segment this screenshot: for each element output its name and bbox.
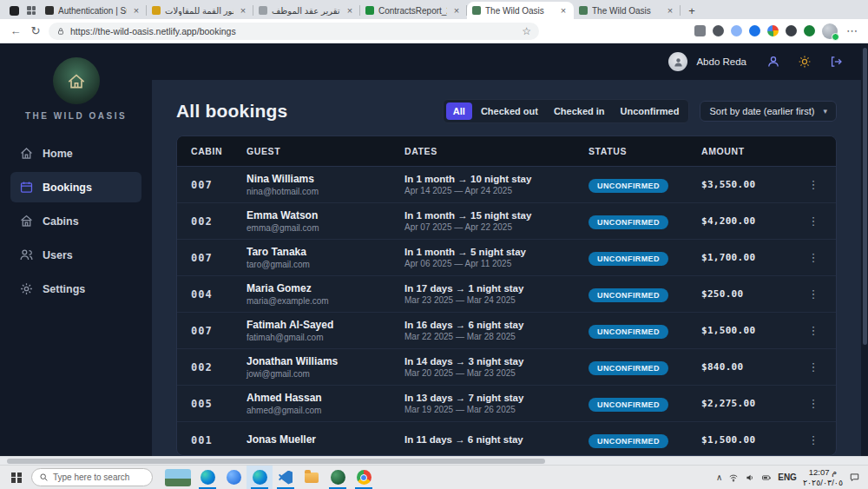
dark-mode-toggle[interactable] [793,50,816,73]
sidebar-item-home[interactable]: Home [10,138,141,169]
vertical-scrollbar[interactable] [861,43,868,456]
wifi-icon[interactable] [728,472,739,483]
refresh-button[interactable]: ↻ [29,24,43,37]
filter-button[interactable]: Checked out [474,102,545,120]
cabin-number: 007 [191,325,247,337]
workspaces-button[interactable] [23,3,40,18]
tab-close-icon[interactable]: × [345,6,355,16]
tab-close-icon[interactable]: × [665,6,675,16]
amount: $3,550.00 [701,179,799,190]
battery-icon[interactable] [761,472,772,483]
table-row: 007 Taro Tanaka taro@gmail.com In 1 mont… [177,240,836,276]
filter-button[interactable]: Unconfirmed [614,102,687,120]
tab-actions-button[interactable] [5,3,23,18]
horizontal-scrollbar[interactable] [0,456,868,465]
weather-icon [165,469,191,486]
page-title: All bookings [176,101,287,122]
site-info-icon[interactable] [56,27,65,36]
taskbar-chrome[interactable] [351,466,377,489]
taskbar-copilot[interactable] [220,466,247,489]
main-area: Abdo Reda All bookings AllChecked outChe… [152,43,868,456]
kebab-icon: ⋮ [808,215,819,228]
kebab-icon: ⋮ [808,324,819,337]
notification-center-icon[interactable] [849,472,860,483]
date-range: Mar 20 2025 — Mar 23 2025 [404,368,589,378]
date-summary: In 17 days → 1 night stay [404,283,589,294]
taskbar-file-explorer[interactable] [299,466,325,489]
extension-icon[interactable] [767,25,779,36]
browser-tab[interactable]: The Wild Oasis × [467,2,574,19]
guest-cell: Maria Gomez maria@example.com [247,282,404,306]
extension-icon[interactable] [786,25,797,36]
status-cell: UNCONFIRMED [589,249,701,266]
extension-icon[interactable] [713,25,724,36]
row-menu-button[interactable]: ⋮ [799,324,828,337]
back-button[interactable]: ← [9,24,23,37]
extension-icon[interactable] [694,25,706,36]
row-menu-button[interactable]: ⋮ [799,287,828,301]
taskbar-edge[interactable] [247,466,273,489]
row-menu-button[interactable]: ⋮ [799,251,828,264]
taskbar-vscode[interactable] [273,466,299,489]
status-cell: UNCONFIRMED [589,432,701,448]
sidebar-item-settings[interactable]: Settings [10,274,141,304]
account-button[interactable] [762,50,785,73]
tab-close-icon[interactable]: × [131,6,141,16]
tab-close-icon[interactable]: × [238,6,248,16]
tab-favicon-icon [579,6,588,15]
browser-profile-avatar[interactable] [822,23,838,39]
browser-menu-icon[interactable]: ⋯ [845,24,859,37]
tab-close-icon[interactable]: × [558,6,569,16]
browser-tab[interactable]: The Wild Oasis × [574,2,681,19]
start-button[interactable] [3,466,30,489]
table-row: 007 Nina Williams nina@hotmail.com In 1 … [177,167,836,203]
date-summary: In 1 month → 10 night stay [404,174,589,184]
sidebar-item-cabins[interactable]: Cabins [10,206,141,236]
speaker-icon[interactable] [745,472,755,483]
row-menu-button[interactable]: ⋮ [799,397,828,410]
row-menu-button[interactable]: ⋮ [799,178,828,191]
tray-chevron-icon[interactable]: ∧ [716,472,722,482]
extension-icon[interactable] [804,25,815,36]
chrome-icon [357,470,372,485]
search-placeholder: Type here to search [53,472,129,482]
row-menu-button[interactable]: ⋮ [799,215,828,228]
new-tab-button[interactable]: + [684,3,700,18]
guest-email: nina@hotmail.com [247,187,404,196]
logout-icon [829,55,843,69]
date-range: Apr 06 2025 — Apr 11 2025 [404,259,589,268]
row-menu-button[interactable]: ⋮ [799,360,828,373]
user-avatar[interactable] [668,52,687,71]
browser-tab[interactable]: ContractsReport_2025030 × [360,2,467,19]
taskbar-search[interactable]: Type here to search [31,468,153,486]
filter-button[interactable]: Checked in [547,102,612,120]
taskbar-app-green[interactable] [325,466,351,489]
weather-widget[interactable] [161,466,194,489]
taskbar-clock[interactable]: 12:07 م ٢٠٢٥/٠٣/٠٥ [803,467,843,488]
guest-name: Jonas Mueller [247,433,404,446]
vertical-scrollbar-thumb[interactable] [863,48,867,345]
bookmark-star-icon[interactable]: ☆ [522,25,531,37]
browser-tab[interactable]: شركة صقور القمة للمقاولات × [147,2,253,19]
browser-tab-strip: Authentication | Supabas × شركة صقور الق… [0,0,868,19]
logout-button[interactable] [825,50,847,73]
tab-close-icon[interactable]: × [451,6,462,16]
sun-icon [798,55,812,69]
row-menu-button[interactable]: ⋮ [799,433,828,446]
sidebar-item-bookings[interactable]: Bookings [10,172,141,202]
taskbar-edge-beta[interactable] [194,466,220,489]
sort-dropdown[interactable]: Sort by date (earlier first) ▾ [700,101,837,122]
amount: $1,500.00 [701,325,799,336]
dates-cell: In 11 days → 6 night stay [404,434,589,446]
browser-tab[interactable]: Authentication | Supabas × [40,2,147,19]
amount: $1,700.00 [701,252,799,263]
filter-button[interactable]: All [446,102,472,120]
horizontal-scrollbar-thumb[interactable] [7,459,545,464]
tab-favicon-icon [45,6,54,15]
extension-icon[interactable] [749,25,760,36]
sidebar-item-users[interactable]: Users [10,240,141,270]
browser-tab[interactable]: تقرير عقد الموظف × [253,2,360,19]
language-indicator[interactable]: ENG [778,472,797,482]
extension-icon[interactable] [731,25,742,36]
address-bar[interactable]: https://the-wild-oasis.netlify.app/booki… [49,23,539,40]
